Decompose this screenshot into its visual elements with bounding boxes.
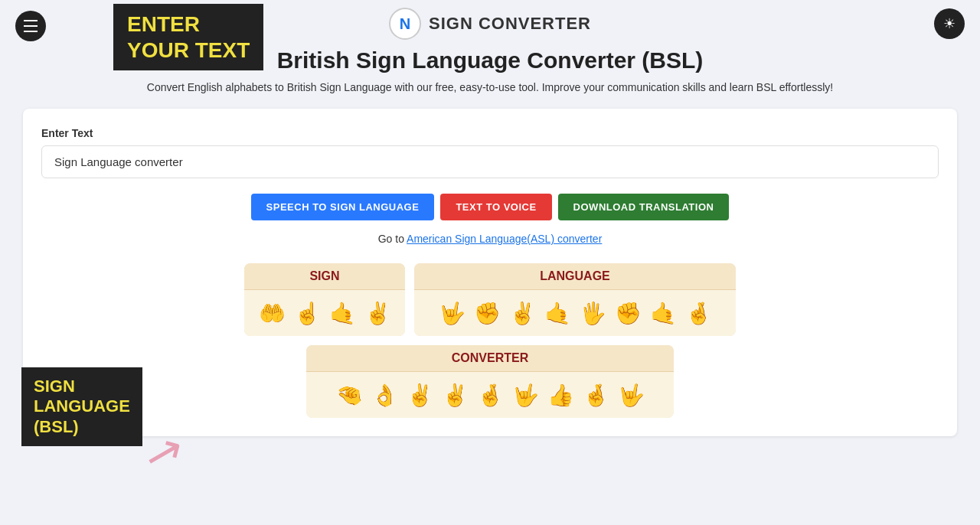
download-translation-button[interactable]: DOWNLOAD TRANSLATION (558, 194, 730, 220)
theme-icon: ☀ (943, 15, 956, 32)
asl-prefix-text: Go to (378, 233, 407, 245)
word-header-sign: SIGN (244, 263, 405, 290)
signs-row-2: CONVERTER 🤏 👌 ✌ ✌ 🤞 🤟 👍 🤞 🤟 (306, 345, 674, 418)
word-block-sign: SIGN 🤲 ☝ 🤙 ✌ (244, 263, 405, 336)
sign-letter-g: 🤙 (325, 296, 359, 330)
conv-letter-r2: 🤟 (614, 378, 648, 412)
main-content: British Sign Language Converter (BSL) Co… (0, 47, 980, 452)
conv-letter-e2: 🤞 (579, 378, 612, 412)
word-header-converter: CONVERTER (306, 345, 674, 372)
word-signs-language: 🤟 ✊ ✌ 🤙 🖐 ✊ 🤙 🤞 (414, 290, 736, 336)
word-signs-converter: 🤏 👌 ✌ ✌ 🤞 🤟 👍 🤞 🤟 (306, 372, 674, 418)
speech-to-sign-button[interactable]: SPEECH TO SIGN LANGUAGE (251, 194, 435, 220)
converter-card: Enter Text SPEECH TO SIGN LANGUAGE TEXT … (23, 109, 957, 436)
conv-letter-t: 👍 (544, 378, 577, 412)
conv-letter-o: 👌 (368, 378, 401, 412)
input-label: Enter Text (41, 127, 939, 139)
action-buttons-row: SPEECH TO SIGN LANGUAGE TEXT TO VOICE DO… (41, 194, 939, 220)
conv-letter-c: 🤏 (332, 378, 366, 412)
lang-letter-n: ✌ (505, 296, 539, 330)
asl-link[interactable]: American Sign Language(ASL) converter (407, 233, 602, 245)
logo-text: SIGN CONVERTER (429, 14, 591, 34)
lang-letter-g: 🤙 (541, 296, 574, 330)
word-header-language: LANGUAGE (414, 263, 736, 290)
text-to-voice-button[interactable]: TEXT TO VOICE (440, 194, 551, 220)
lang-letter-a: ✊ (470, 296, 504, 330)
lang-letter-g2: 🤙 (646, 296, 680, 330)
conv-letter-n: ✌ (403, 378, 436, 412)
lang-letter-u: 🖐 (576, 296, 609, 330)
signs-area: SIGN 🤲 ☝ 🤙 ✌ LANGUAGE 🤟 ✊ ✌ 🤙 (41, 263, 939, 418)
logo-area: N SIGN CONVERTER (389, 8, 591, 40)
lang-letter-l: 🤟 (435, 296, 469, 330)
sign-letter-n: ✌ (361, 296, 394, 330)
sign-letter-s: 🤲 (255, 296, 289, 330)
conv-letter-v: ✌ (438, 378, 472, 412)
conv-letter-e: 🤞 (473, 378, 507, 412)
lang-letter-a2: ✊ (611, 296, 645, 330)
page-title: British Sign Language Converter (BSL) (15, 47, 965, 73)
word-block-converter: CONVERTER 🤏 👌 ✌ ✌ 🤞 🤟 👍 🤞 🤟 (306, 345, 674, 418)
word-block-language: LANGUAGE 🤟 ✊ ✌ 🤙 🖐 ✊ 🤙 🤞 (414, 263, 736, 336)
word-signs-sign: 🤲 ☝ 🤙 ✌ (244, 290, 405, 336)
signs-row-1: SIGN 🤲 ☝ 🤙 ✌ LANGUAGE 🤟 ✊ ✌ 🤙 (244, 263, 736, 336)
logo-icon: N (389, 8, 421, 40)
text-input[interactable] (41, 145, 939, 178)
asl-link-row: Go to American Sign Language(ASL) conver… (41, 233, 939, 245)
sign-letter-i: ☝ (290, 296, 324, 330)
lang-letter-e: 🤞 (681, 296, 715, 330)
hamburger-button[interactable] (15, 11, 46, 41)
subtitle: Convert English alphabets to British Sig… (15, 81, 965, 93)
conv-letter-r: 🤟 (508, 378, 542, 412)
theme-toggle-button[interactable]: ☀ (934, 8, 965, 39)
header: N SIGN CONVERTER ☀ (0, 0, 980, 47)
